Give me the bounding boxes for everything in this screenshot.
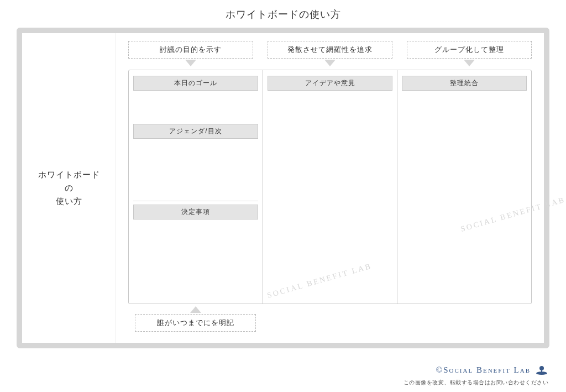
sidebar-line2: の	[65, 183, 74, 192]
svg-rect-2	[541, 370, 542, 373]
sidebar-title: ホワイトボード の 使い方	[38, 168, 100, 208]
sidebar-line1: ホワイトボード	[38, 170, 100, 179]
arrow-up-icon	[190, 306, 201, 313]
section-agenda: アジェンダ/目次	[133, 124, 258, 139]
bottom-label-row: 誰がいつまでにを明記	[128, 306, 532, 332]
footer-note: この画像を改変、転載する場合はお問い合わせください	[403, 379, 549, 386]
main-area: 討議の目的を示す 発散させて網羅性を追求 グループ化して整理 本日のゴール アジ…	[116, 33, 544, 343]
whiteboard: 本日のゴール アジェンダ/目次 決定事項 アイデアや意見 整理統合	[128, 70, 532, 304]
sidebar-line3: 使い方	[56, 196, 82, 206]
section-decisions: 決定事項	[133, 205, 258, 219]
section-ideas: アイデアや意見	[268, 76, 392, 91]
footer: ©Social Benefit Lab この画像を改変、転載する場合はお問い合わ…	[403, 363, 549, 386]
top-labels-row: 討議の目的を示す 発散させて網羅性を追求 グループ化して整理	[124, 41, 536, 59]
logo-icon	[535, 363, 548, 377]
section-goal: 本日のゴール	[133, 76, 258, 91]
top-label-diverge: 発散させて網羅性を追求	[268, 41, 392, 59]
footer-brand-text: ©Social Benefit Lab	[436, 365, 531, 375]
footer-brand: ©Social Benefit Lab	[436, 363, 548, 377]
whiteboard-column-1: 本日のゴール アジェンダ/目次 決定事項	[129, 70, 263, 304]
arrow-down-icon	[324, 60, 336, 66]
top-arrows	[124, 59, 536, 69]
sidebar: ホワイトボード の 使い方	[22, 33, 116, 343]
divider	[133, 201, 258, 201]
section-organize: 整理統合	[402, 76, 527, 91]
svg-point-1	[539, 366, 544, 370]
page-title: ホワイトボードの使い方	[0, 0, 566, 28]
whiteboard-column-2: アイデアや意見	[263, 70, 397, 304]
top-label-purpose: 討議の目的を示す	[128, 41, 253, 59]
top-label-group: グループ化して整理	[407, 41, 532, 59]
arrow-down-icon	[185, 60, 196, 66]
outer-frame: ホワイトボード の 使い方 討議の目的を示す 発散させて網羅性を追求 グループ化…	[17, 28, 549, 348]
whiteboard-column-3: 整理統合	[397, 70, 531, 304]
bottom-label-who-when: 誰がいつまでにを明記	[135, 314, 256, 332]
arrow-down-icon	[464, 60, 475, 66]
